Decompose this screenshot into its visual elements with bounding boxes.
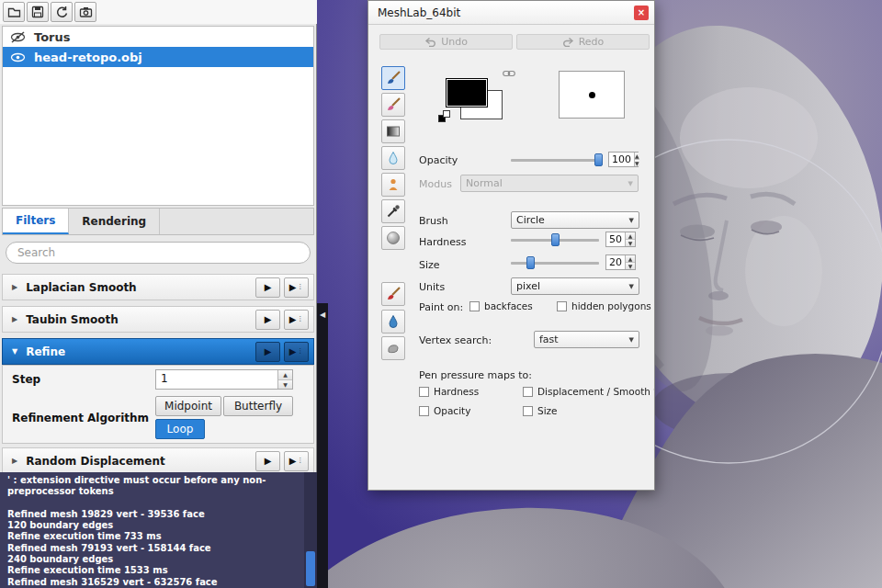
vertex-search-dropdown[interactable]: fast ▼	[534, 331, 639, 348]
algorithm-butterfly-button[interactable]: Butterfly	[223, 396, 293, 416]
filter-item-laplacian-smooth[interactable]: ▶ Laplacian Smooth ▶ ▶⋮	[2, 274, 314, 300]
opacity-slider[interactable]	[511, 153, 603, 167]
layer-item-head-retopo[interactable]: head-retopo.obj	[3, 47, 313, 67]
spinner-buttons[interactable]: ▲ ▼	[625, 255, 635, 269]
log-scrollbar-thumb[interactable]	[306, 551, 315, 586]
expand-arrow-icon[interactable]: ▶	[12, 283, 17, 291]
run-filter-button[interactable]: ▶	[255, 451, 280, 471]
dialog-titlebar[interactable]: MeshLab_64bit ×	[368, 1, 654, 25]
link-colors-icon[interactable]	[503, 69, 515, 78]
slider-thumb[interactable]	[594, 153, 603, 166]
size-value[interactable]: 20	[606, 255, 625, 269]
run-filter-options-button[interactable]: ▶⋮	[284, 342, 309, 362]
run-filter-button[interactable]: ▶	[255, 277, 280, 298]
foreground-color-swatch[interactable]	[446, 78, 488, 107]
spinner-buttons[interactable]: ▲ ▼	[634, 153, 639, 166]
collapse-panel-icon[interactable]: ◀	[320, 311, 325, 588]
filter-item-taubin-smooth[interactable]: ▶ Taubin Smooth ▶ ▶⋮	[2, 306, 314, 333]
layer-item-torus[interactable]: Torus	[3, 27, 313, 47]
tool-sculpt-brush[interactable]	[381, 282, 405, 306]
eye-hidden-icon[interactable]	[10, 31, 26, 43]
slider-thumb[interactable]	[526, 256, 535, 269]
spin-up-icon[interactable]: ▲	[626, 255, 635, 262]
eye-visible-icon[interactable]	[10, 51, 26, 63]
layer-panel: Torus head-retopo.obj	[2, 26, 314, 206]
run-filter-button[interactable]: ▶	[255, 342, 280, 362]
run-filter-button[interactable]: ▶	[255, 310, 280, 330]
filter-item-random-displacement[interactable]: ▶ Random Displacement ▶ ▶⋮	[2, 447, 314, 474]
hardness-value[interactable]: 50	[606, 232, 625, 246]
snapshot-button[interactable]	[74, 2, 96, 22]
tool-clone-smudge[interactable]	[381, 336, 405, 360]
tool-gradient[interactable]	[381, 119, 405, 143]
spin-up-icon[interactable]: ▲	[626, 232, 635, 239]
opacity-value[interactable]: 100	[609, 153, 634, 166]
swap-colors-icon[interactable]	[443, 110, 450, 118]
algorithm-midpoint-button[interactable]: Midpoint	[155, 396, 221, 416]
size-spinbox[interactable]: 20 ▲ ▼	[605, 254, 636, 270]
step-spinbox[interactable]: 1 ▲ ▼	[155, 369, 293, 390]
hidden-polygons-checkbox-label[interactable]: hidden polygons	[571, 300, 651, 311]
tool-paint-brush[interactable]	[381, 66, 405, 90]
hardness-spinbox[interactable]: 50 ▲ ▼	[605, 232, 636, 247]
units-label: Units	[419, 281, 445, 293]
pen-opacity-checkbox[interactable]	[419, 406, 429, 416]
tool-mesh-pull[interactable]	[381, 173, 405, 197]
close-button[interactable]: ×	[634, 6, 649, 20]
log-scrollbar[interactable]	[304, 472, 317, 588]
tab-filters[interactable]: Filters	[3, 209, 69, 234]
pen-size-checkbox[interactable]	[523, 406, 533, 416]
run-filter-options-button[interactable]: ▶⋮	[284, 451, 309, 471]
spin-down-icon[interactable]: ▼	[635, 159, 639, 166]
filter-label: Laplacian Smooth	[26, 281, 252, 294]
tool-water-drop[interactable]	[381, 310, 405, 334]
expand-arrow-icon[interactable]: ▶	[12, 457, 17, 465]
brush-dropdown[interactable]: Circle ▼	[511, 211, 639, 229]
run-filter-options-button[interactable]: ▶⋮	[284, 310, 309, 330]
tool-decorate-brush[interactable]	[381, 93, 405, 117]
collapse-arrow-icon[interactable]: ▼	[12, 347, 17, 356]
undo-button[interactable]: Undo	[379, 34, 513, 50]
tab-rendering[interactable]: Rendering	[69, 209, 160, 234]
pen-displacement-checkbox-label[interactable]: Displacement / Smooth %	[537, 386, 655, 397]
slider-thumb[interactable]	[551, 233, 560, 246]
spin-down-icon[interactable]: ▼	[626, 239, 635, 246]
log-line: Refined mesh 316529 vert - 632576 face	[7, 577, 300, 588]
filter-item-refine[interactable]: ▼ Refine ▶ ▶⋮	[2, 338, 314, 365]
spinner-buttons[interactable]: ▲ ▼	[277, 370, 292, 389]
reload-button[interactable]	[51, 2, 73, 22]
brush-preview	[559, 71, 625, 119]
backfaces-checkbox[interactable]	[469, 301, 480, 311]
pen-opacity-checkbox-label[interactable]: Opacity	[434, 405, 470, 416]
size-slider[interactable]	[511, 255, 599, 270]
run-filter-options-button[interactable]: ▶⋮	[284, 277, 309, 298]
save-project-button[interactable]	[27, 2, 49, 22]
expand-arrow-icon[interactable]: ▶	[12, 315, 17, 323]
tool-smooth-sphere[interactable]	[381, 226, 405, 250]
panel-splitter[interactable]: ◀	[317, 303, 328, 588]
spinner-buttons[interactable]: ▲ ▼	[625, 232, 635, 246]
opacity-spinbox[interactable]: 100 ▲ ▼	[608, 152, 639, 167]
pen-displacement-checkbox[interactable]	[523, 387, 533, 397]
hidden-polygons-checkbox[interactable]	[557, 301, 567, 311]
search-input[interactable]	[6, 242, 311, 264]
tool-color-picker[interactable]	[381, 199, 405, 223]
units-dropdown[interactable]: pixel ▼	[511, 277, 639, 295]
spin-down-icon[interactable]: ▼	[626, 262, 635, 269]
spin-up-icon[interactable]: ▲	[278, 370, 292, 379]
modus-dropdown[interactable]: Normal ▼	[460, 175, 639, 192]
pen-hardness-checkbox-label[interactable]: Hardness	[434, 386, 479, 397]
hardness-slider[interactable]	[511, 232, 599, 247]
tab-label: Filters	[16, 214, 55, 227]
pen-hardness-checkbox[interactable]	[419, 387, 429, 397]
spin-down-icon[interactable]: ▼	[278, 379, 292, 390]
pen-size-checkbox-label[interactable]: Size	[537, 405, 558, 416]
algorithm-loop-button[interactable]: Loop	[155, 419, 205, 439]
redo-button[interactable]: Redo	[516, 34, 650, 50]
spin-up-icon[interactable]: ▲	[635, 153, 639, 159]
step-value[interactable]: 1	[156, 370, 277, 389]
dots-icon: ⋮	[297, 458, 303, 464]
open-project-button[interactable]	[3, 2, 25, 22]
backfaces-checkbox-label[interactable]: backfaces	[484, 300, 533, 311]
tool-water-droplet[interactable]	[381, 146, 405, 170]
